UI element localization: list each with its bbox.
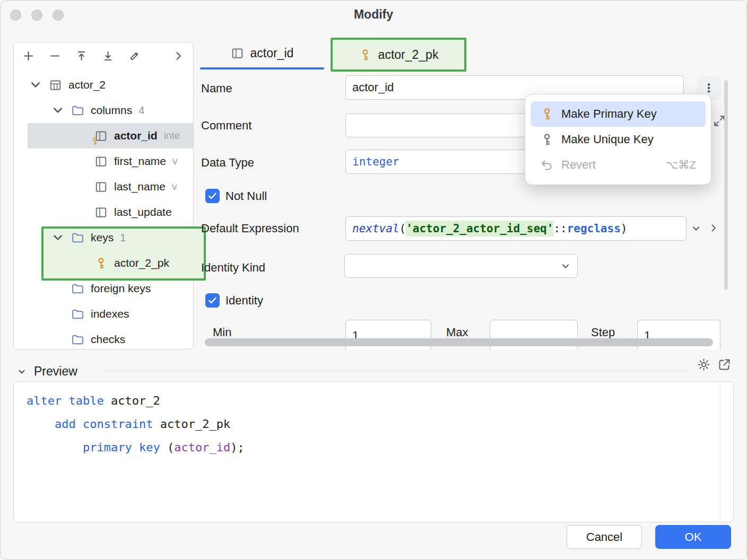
- tree-item-keys[interactable]: keys1: [14, 225, 193, 250]
- tree-item-last-update[interactable]: last_update: [14, 199, 193, 225]
- folder-icon: [71, 308, 84, 321]
- name-label: Name: [201, 82, 232, 95]
- column-icon: [94, 155, 108, 168]
- folder-icon: [71, 231, 84, 244]
- code-scrollbar-track: [720, 382, 720, 521]
- menu-item-make-primary-key[interactable]: Make Primary Key: [531, 101, 706, 127]
- tree-item-actor-id[interactable]: actor_idinte: [28, 123, 193, 148]
- tab-actor-2-pk[interactable]: actor_2_pk: [331, 38, 466, 72]
- chevron-down-icon[interactable]: [691, 223, 701, 234]
- cancel-button[interactable]: Cancel: [567, 525, 642, 549]
- add-icon[interactable]: [22, 50, 34, 62]
- key-icon: [540, 133, 554, 146]
- identity-checkbox[interactable]: [205, 293, 220, 308]
- tab-label: actor_2_pk: [378, 48, 439, 62]
- not-null-checkbox[interactable]: [205, 189, 220, 203]
- tree-item-checks[interactable]: checks: [14, 327, 193, 352]
- max-label: Max: [446, 326, 468, 339]
- tree-item-actor-2-pk[interactable]: actor_2_pk: [14, 250, 193, 276]
- menu-item-label: Make Primary Key: [561, 107, 657, 121]
- chevron-down-icon[interactable]: [51, 103, 65, 117]
- min-label: Min: [213, 326, 231, 339]
- horizontal-scrollbar[interactable]: [205, 338, 713, 346]
- tree-item-label: first_name: [114, 155, 166, 168]
- key-icon: [540, 107, 554, 121]
- tree-item-label: keys: [91, 231, 114, 244]
- tree-item-label: actor_id: [114, 129, 158, 142]
- code-line: add constraint actor_2_pk: [27, 413, 733, 436]
- folder-icon: [71, 333, 84, 346]
- context-menu: Make Primary KeyMake Unique KeyRevert⌥⌘Z: [525, 94, 711, 185]
- tree-item-count: 4: [138, 104, 144, 117]
- data-type-label: Data Type: [201, 156, 254, 170]
- table-icon: [49, 78, 62, 92]
- column-icon: [94, 206, 108, 219]
- undo-icon: [540, 158, 554, 172]
- column-key-icon: [94, 129, 108, 143]
- step-label: Step: [591, 326, 615, 339]
- tree-item-last-name[interactable]: last_namev: [14, 174, 193, 199]
- identity-kind-select[interactable]: [344, 254, 578, 278]
- comment-label: Comment: [201, 119, 251, 133]
- tree-item-indexes[interactable]: indexes: [14, 301, 193, 327]
- chevron-down-icon[interactable]: [29, 78, 42, 92]
- tree-item-actor-2[interactable]: actor_2: [14, 72, 193, 98]
- tree-item-columns[interactable]: columns4: [14, 98, 193, 123]
- shortcut-label: ⌥⌘Z: [665, 159, 696, 171]
- column-icon: [231, 47, 244, 60]
- window-title: Modify: [1, 7, 746, 22]
- tab-bar: actor_id actor_2_pk: [200, 38, 735, 73]
- menu-item-label: Make Unique Key: [561, 133, 654, 146]
- vertical-scrollbar[interactable]: [724, 80, 728, 290]
- remove-icon[interactable]: [49, 50, 61, 62]
- column-icon: [94, 180, 108, 194]
- gear-icon[interactable]: [697, 357, 711, 372]
- key-icon: [359, 48, 372, 62]
- code-line: alter table actor_2: [27, 389, 733, 413]
- ok-button[interactable]: OK: [655, 525, 731, 549]
- tree-item-type-hint: v: [172, 155, 178, 167]
- tree-panel: actor_2columns4actor_idintefirst_namevla…: [13, 42, 194, 349]
- code-line: primary key (actor_id);: [27, 436, 733, 459]
- identity-kind-label: Identity Kind: [201, 261, 265, 275]
- active-tab-underline: [200, 67, 324, 69]
- folder-icon: [71, 282, 84, 295]
- move-down-icon[interactable]: [102, 50, 114, 62]
- menu-item-revert: Revert⌥⌘Z: [531, 152, 706, 178]
- open-in-editor-icon[interactable]: [717, 357, 732, 372]
- tab-actor-id[interactable]: actor_id: [200, 38, 324, 68]
- default-expression-input[interactable]: nextval('actor_2_actor_id_seq'::regclass…: [345, 216, 687, 241]
- modify-dialog: Modify actor_2columns4actor_idintefirst_…: [0, 0, 747, 560]
- chevron-down-icon: [560, 261, 571, 272]
- tree-item-type-hint: inte: [164, 130, 180, 142]
- move-up-icon[interactable]: [75, 50, 88, 62]
- folder-icon: [71, 104, 84, 117]
- expand-toolbar-icon[interactable]: [172, 50, 185, 62]
- tab-label: actor_id: [250, 46, 294, 60]
- tree-item-label: actor_2: [68, 78, 106, 91]
- tree-item-count: 1: [120, 232, 126, 244]
- tree-item-label: foreign keys: [91, 282, 151, 295]
- tree-item-label: columns: [91, 104, 132, 117]
- chevron-down-icon[interactable]: [51, 231, 65, 244]
- key-icon: [94, 257, 108, 270]
- default-expression-label: Default Expression: [201, 222, 299, 235]
- preview-title: Preview: [34, 364, 77, 379]
- tree-item-label: indexes: [91, 308, 129, 320]
- tree-item-label: last_name: [114, 180, 166, 193]
- tree-toolbar: [14, 42, 193, 69]
- tree-item-first-name[interactable]: first_namev: [14, 148, 193, 174]
- menu-item-label: Revert: [561, 158, 596, 172]
- preview-divider: [102, 371, 690, 371]
- tree-item-label: actor_2_pk: [114, 257, 169, 269]
- code-lines: alter table actor_2 add constraint actor…: [14, 382, 733, 459]
- tree-item-label: last_update: [114, 206, 172, 218]
- identity-label: Identity: [225, 294, 263, 308]
- tree-item-type-hint: v: [172, 181, 177, 192]
- menu-item-make-unique-key[interactable]: Make Unique Key: [531, 127, 706, 152]
- scroll-right-icon[interactable]: [708, 223, 719, 233]
- not-null-label: Not Null: [225, 189, 267, 203]
- tree-item-foreign-keys[interactable]: foreign keys: [14, 276, 193, 301]
- edit-icon[interactable]: [128, 50, 141, 62]
- preview-collapse-icon[interactable]: [17, 367, 27, 377]
